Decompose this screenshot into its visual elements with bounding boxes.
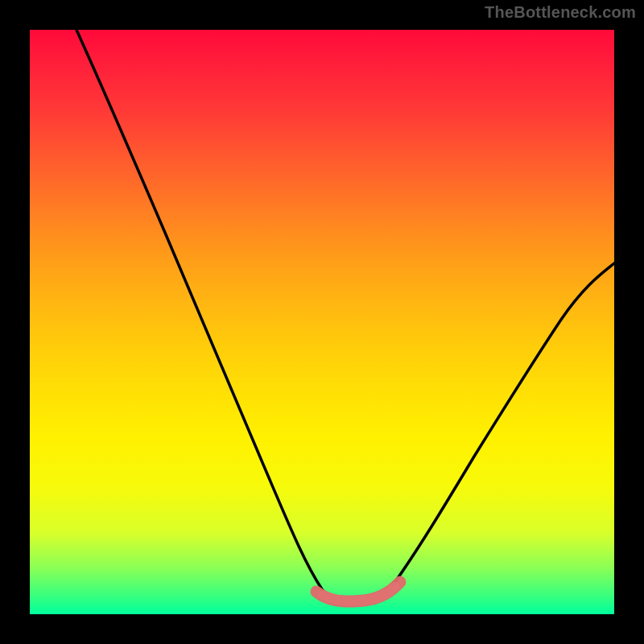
watermark: TheBottleneck.com [485, 3, 636, 22]
curve-layer [30, 30, 614, 614]
bottleneck-curve [76, 30, 614, 600]
chart-area [30, 30, 614, 614]
